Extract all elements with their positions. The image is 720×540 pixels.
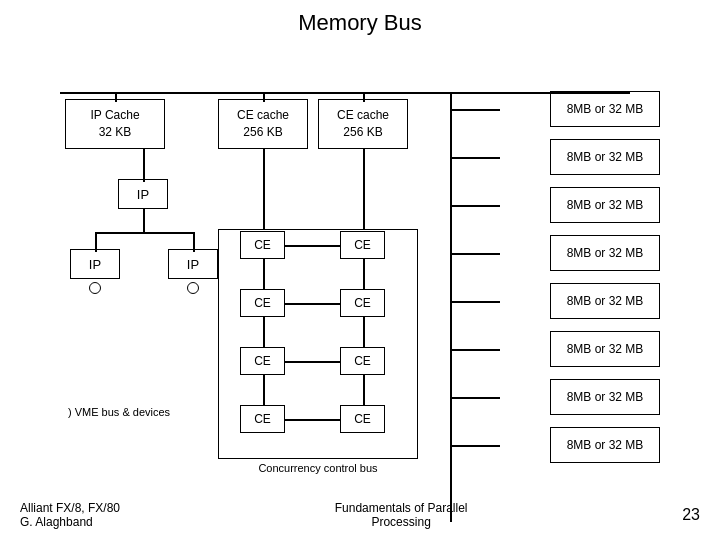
hline-mem1 [450,109,500,111]
footer-page: 23 [682,506,700,524]
ce-box-r1c2: CE [340,231,385,259]
ce-box-r4c2: CE [340,405,385,433]
hline-mem5 [450,301,500,303]
ip-bot-left-box: IP [70,249,120,279]
hline-ce-r3 [285,361,340,363]
vline-ce2-down [363,149,365,229]
ce-cache-1-box: CE cache 256 KB [218,99,308,149]
page-title: Memory Bus [0,0,720,36]
vline-ce-left-r2r3 [263,317,265,347]
vline-ce-right-r3r4 [363,375,365,405]
alliant-label: Alliant FX/8, FX/80 [20,501,120,515]
mem-box-4: 8MB or 32 MB [550,235,660,271]
mem-box-2: 8MB or 32 MB [550,139,660,175]
ce-cache-2-box: CE cache 256 KB [318,99,408,149]
footer-left: Alliant FX/8, FX/80 G. Alaghband [20,501,120,529]
hline-ce-r2 [285,303,340,305]
footer-center-line2: Processing [335,515,468,529]
circle-ip-right [187,282,199,294]
mem-box-1: 8MB or 32 MB [550,91,660,127]
vline-ce1 [263,92,265,102]
bus-top-line [60,92,630,94]
mem-box-8: 8MB or 32 MB [550,427,660,463]
circle-ip-left [89,282,101,294]
mem-box-3: 8MB or 32 MB [550,187,660,223]
vme-label: ) VME bus & devices [68,406,170,418]
ce-box-r4c1: CE [240,405,285,433]
mem-box-6: 8MB or 32 MB [550,331,660,367]
hline-ip-split [95,232,195,234]
ce-box-r1c1: CE [240,231,285,259]
hline-mem8 [450,445,500,447]
hline-mem3 [450,205,500,207]
vline-ce-left-r3r4 [263,375,265,405]
footer-center-line1: Fundamentals of Parallel [335,501,468,515]
ce-box-r2c2: CE [340,289,385,317]
author-label: G. Alaghband [20,515,120,529]
hline-mem6 [450,349,500,351]
ce-box-r2c1: CE [240,289,285,317]
cc-bus-label: Concurrency control bus [218,462,418,474]
vline-ce-right-r1r2 [363,259,365,289]
mem-box-5: 8MB or 32 MB [550,283,660,319]
vline-ip-mid [143,149,145,182]
vline-ip-mid-down [143,209,145,234]
hline-ce-r1 [285,245,340,247]
hline-mem4 [450,253,500,255]
hline-mem2 [450,157,500,159]
ip-bot-right-box: IP [168,249,218,279]
diagram-area: IP Cache 32 KB IP IP IP ) VME bus & devi… [0,44,720,504]
footer: Alliant FX/8, FX/80 G. Alaghband Fundame… [0,490,720,540]
hline-mem7 [450,397,500,399]
ce-box-r3c2: CE [340,347,385,375]
vline-ce1-down [263,149,265,229]
vline-ce2 [363,92,365,102]
vline-ce-left-r1r2 [263,259,265,289]
vline-ce-right-r2r3 [363,317,365,347]
ce-box-r3c1: CE [240,347,285,375]
mem-box-7: 8MB or 32 MB [550,379,660,415]
ip-mid-box: IP [118,179,168,209]
ip-cache-box: IP Cache 32 KB [65,99,165,149]
hline-ce-r4 [285,419,340,421]
footer-center: Fundamentals of Parallel Processing [335,501,468,529]
